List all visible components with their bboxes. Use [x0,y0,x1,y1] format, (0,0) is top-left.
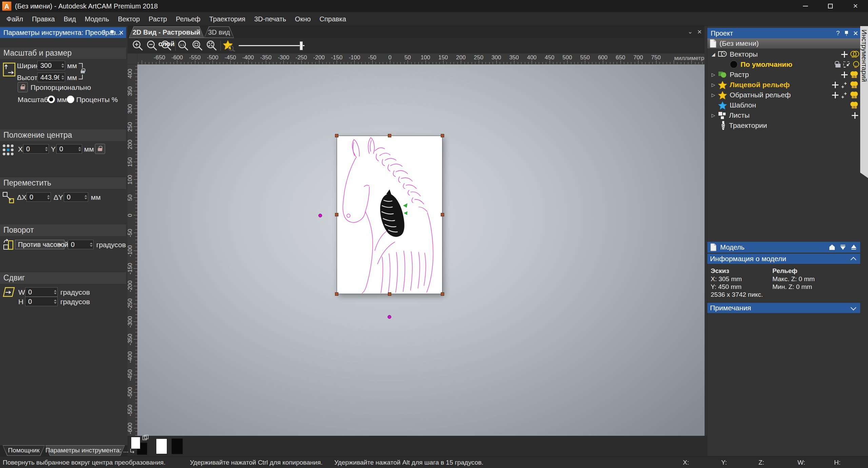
model-page[interactable] [337,136,442,294]
rotate-angle-spinner[interactable] [89,240,93,249]
menu-window[interactable]: Окно [291,12,315,26]
tab-tool-settings[interactable]: Параметры инструмента: ... [45,445,125,456]
layer-color-swatch[interactable] [730,60,738,69]
menu-file[interactable]: Файл [2,12,27,26]
menu-relief[interactable]: Рельеф [171,12,205,26]
menu-help[interactable]: Справка [315,12,350,26]
handle-top-right[interactable] [441,134,444,137]
notes-header[interactable]: Примечания [707,303,860,313]
zoom-1to1-icon[interactable]: 1:1 [178,40,189,52]
tree-item-template[interactable]: Шаблон [707,100,860,110]
tree-item-default-layer[interactable]: По умолчанию [707,59,860,70]
rotation-handle[interactable] [388,315,391,319]
tab-3d-view[interactable]: 3D вид [204,26,234,38]
model-info-header[interactable]: Информация о модели [707,254,860,264]
expander-expanded-icon[interactable]: ◢ [711,52,716,57]
maximize-button[interactable] [818,0,843,12]
close-button[interactable]: ✕ [843,0,868,12]
width-spinner[interactable] [60,61,65,70]
center-y-spinner[interactable] [77,144,82,153]
snap-to-layer-icon[interactable] [843,61,850,68]
zoom-out-icon[interactable] [146,40,158,52]
handle-top-center[interactable] [388,134,391,137]
handle-mid-right[interactable] [441,213,444,216]
close-panel-icon[interactable]: ✕ [119,29,124,37]
canvas-2d-view[interactable] [137,64,705,436]
link-lock-icon[interactable] [81,69,85,73]
help-icon[interactable]: ? [836,30,840,37]
shear-h-spinner[interactable] [53,297,57,306]
close-panel-icon[interactable]: ✕ [853,30,859,37]
pin-icon[interactable] [845,31,848,36]
collapse-up-icon[interactable] [850,244,857,251]
layer-unlock-icon[interactable] [835,61,841,68]
zoom-slider-track[interactable] [239,45,304,46]
proportional-checkbox[interactable] [18,82,28,92]
swap-colors-icon[interactable] [142,435,149,440]
tabstrip-close-icon[interactable]: ✕ [697,28,702,36]
toggle-all-visibility-icon[interactable] [850,92,858,99]
menu-edit[interactable]: Правка [27,12,59,26]
expander-collapsed-icon[interactable]: ▷ [711,72,716,77]
toggle-all-visibility-icon[interactable] [850,71,858,78]
radio-mm[interactable] [47,96,55,103]
menu-raster[interactable]: Растр [144,12,171,26]
expander-collapsed-icon[interactable]: ▷ [711,113,716,118]
add-vector-layer-icon[interactable] [841,51,848,58]
add-relief-clipart-icon[interactable] [841,92,848,98]
menu-3dprint[interactable]: 3D-печать [250,12,291,26]
tree-item-back-relief[interactable]: ▷ Обратный рельеф [707,90,860,100]
zoom-slider-handle[interactable] [300,41,303,50]
help-icon[interactable]: ? [102,29,105,36]
shear-w-spinner[interactable] [53,288,57,296]
zoom-in-icon[interactable] [132,40,144,52]
tree-item-raster[interactable]: ▷ Растр [707,70,860,80]
toggle-all-visibility-icon[interactable] [850,51,858,58]
height-spinner[interactable] [60,73,65,82]
palette-black-swatch[interactable] [172,438,183,454]
model-bar[interactable]: Модель [707,242,860,253]
handle-bottom-left[interactable] [335,292,338,296]
pin-icon[interactable] [110,30,114,35]
handle-mid-left[interactable] [335,213,338,216]
add-relief-layer-icon[interactable] [832,92,839,98]
zoom-rect-icon[interactable] [192,40,203,52]
radio-percent[interactable] [67,96,74,103]
tab-toolbox-vertical[interactable]: Инструментарий [860,26,868,178]
tab-assistant[interactable]: Помощник [3,445,45,456]
tree-item-front-relief[interactable]: ▷ Лицевой рельеф [707,80,860,90]
move-dy-spinner[interactable] [83,193,88,201]
model-home-icon[interactable] [828,244,836,251]
add-sheet-icon[interactable] [852,112,858,119]
tree-item-toolpaths[interactable]: Траектории [707,120,860,131]
primary-color-swatch[interactable] [131,437,140,449]
add-raster-layer-icon[interactable] [841,72,848,78]
zoom-objects-icon[interactable] [223,40,236,52]
tree-item-sheets[interactable]: ▷ Листы [707,110,860,120]
add-relief-layer-icon[interactable] [832,82,839,88]
handle-top-left[interactable] [335,134,338,137]
rotation-center-handle[interactable] [318,214,322,217]
tab-2d-view[interactable]: 2D Вид - Растровый слой [129,26,204,38]
add-relief-clipart-icon[interactable] [841,81,848,88]
tree-item-vectors[interactable]: ◢ Векторы [707,49,860,59]
menu-toolpath[interactable]: Траектория [205,12,250,26]
expander-collapsed-icon[interactable]: ▷ [711,82,716,87]
center-grid-icon[interactable] [1,143,15,157]
handle-bottom-right[interactable] [441,292,444,296]
toggle-all-visibility-icon[interactable] [850,102,858,109]
collapse-down-icon[interactable] [839,244,847,251]
expander-collapsed-icon[interactable]: ▷ [711,92,716,98]
rotate-direction-dropdown[interactable]: Против часовой [15,240,64,249]
layer-visibility-icon[interactable] [853,61,858,68]
minimize-button[interactable] [793,0,818,12]
menu-view[interactable]: Вид [59,12,80,26]
tabstrip-overflow-icon[interactable]: ⌄ [688,28,693,35]
handle-bottom-center[interactable] [388,292,391,296]
menu-vector[interactable]: Вектор [114,12,144,26]
move-dx-spinner[interactable] [46,193,51,201]
menu-model[interactable]: Модель [80,12,114,26]
zebra-vector-art[interactable] [337,136,442,294]
tree-root-item[interactable]: (Без имени) [707,38,860,48]
toggle-all-visibility-icon[interactable] [850,81,858,89]
